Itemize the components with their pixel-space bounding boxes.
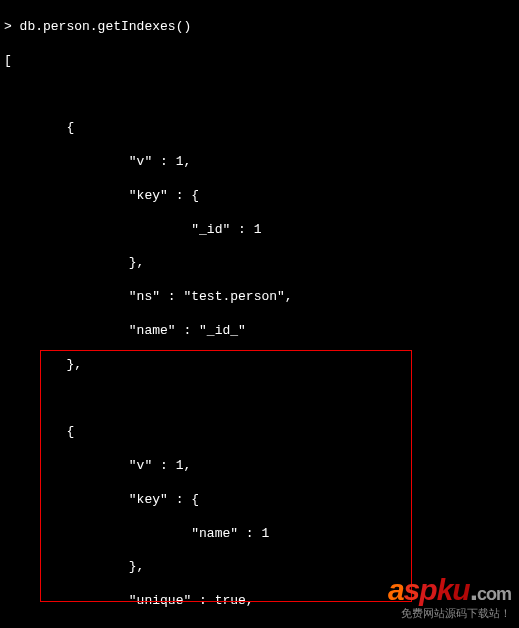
key-open: "key" : {	[4, 188, 515, 205]
brand-letter: a	[388, 573, 404, 606]
watermark: aspku.com 免费网站源码下载站！	[388, 575, 511, 620]
field-v: "v" : 1,	[4, 154, 515, 171]
watermark-tagline: 免费网站源码下载站！	[388, 606, 511, 620]
brand-letter: p	[419, 573, 436, 606]
field-ns: "ns" : "test.person",	[4, 289, 515, 306]
key-open: "key" : {	[4, 492, 515, 509]
terminal-output: > db.person.getIndexes() [ { "v" : 1, "k…	[0, 0, 519, 628]
field-name: "name" : "_id_"	[4, 323, 515, 340]
brand-dot: .	[470, 573, 477, 606]
field-v: "v" : 1,	[4, 458, 515, 475]
command-prompt-line: > db.person.getIndexes()	[4, 19, 515, 36]
object-close: },	[4, 357, 515, 374]
key-close: },	[4, 255, 515, 272]
object-open: {	[4, 424, 515, 441]
brand-letter: s	[404, 573, 420, 606]
brand-tld: com	[477, 584, 511, 604]
array-open: [	[4, 53, 515, 70]
key-field: "_id" : 1	[4, 222, 515, 239]
key-field: "name" : 1	[4, 526, 515, 543]
brand-letter: u	[452, 573, 469, 606]
brand-letter: k	[437, 573, 453, 606]
watermark-brand: aspku.com	[388, 575, 511, 605]
object-open: {	[4, 120, 515, 137]
